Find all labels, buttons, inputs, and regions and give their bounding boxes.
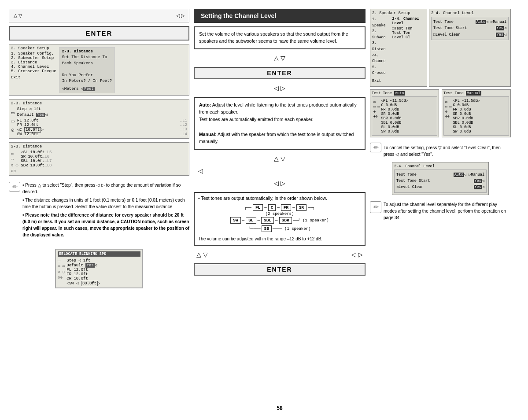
mode-description: Auto: Adjust the level while listening t… bbox=[194, 97, 366, 150]
description: Set the volume of the various speakers s… bbox=[194, 26, 366, 49]
cancel-note-section: ✏ To cancel the setting, press ▽ and sel… bbox=[370, 143, 511, 159]
distance-screen2: 2-3. Distance ▭ ▭ ⊙ Step ◁ 1ft Default Y… bbox=[9, 99, 189, 139]
cancel-screen: 2-4. Channel Level Test Tone Auto◁ ▷Manu… bbox=[392, 162, 489, 195]
left-notes: ✏ • Press △ to select "Step", then press… bbox=[9, 179, 189, 243]
left-nav-box: △ ▽ ◁ ▷ bbox=[9, 9, 189, 22]
left-column: △ ▽ ◁ ▷ ENTER 2. Speaker Setup 1. Speake… bbox=[9, 9, 189, 411]
speaker-setup-right: 2. Speaker Setup 1. Speake 2. Subwoo 3. … bbox=[370, 9, 427, 87]
mid-enter2[interactable]: ENTER bbox=[194, 263, 366, 276]
right-top-screens: 2. Speaker Setup 1. Speake 2. Subwoo 3. … bbox=[370, 9, 511, 87]
enter-button[interactable]: ENTER bbox=[9, 26, 189, 41]
left-right-arrows: ◁ ▷ bbox=[176, 13, 185, 18]
distance-screen3: 2-3. Distance ▭ ▭ ⊙ ◌ ⊙⊙ ◁SL 10.0ft…L5 S… bbox=[9, 142, 189, 176]
page-number: 58 bbox=[194, 401, 366, 411]
adjust-note-section: ✏ To adjust the channel level separately… bbox=[370, 201, 511, 221]
test-tone-auto-screen: Test Tone Auto ▭ ▭ ▭ ⊙ ⊙⊙ ◁FL ←11.5dB▷ C… bbox=[370, 89, 439, 137]
screen1-sub: 2-3. Distance Set The Distance ToEach Sp… bbox=[59, 47, 115, 93]
screen1-menu: 2. Speaker Setup 1. Speaker Config. 2. S… bbox=[11, 46, 56, 93]
test-tone-manual-screen: Test Tone Manual ▭ ▭ ▭ ⊙ ⊙⊙ ◁FL ←11.5dB▷… bbox=[442, 89, 511, 137]
mid-nav-l: ◁ bbox=[194, 167, 366, 174]
relocate-screen: RELOCATE BLINKING SPK ▭ ▭ ▭ ⊙ ◌ ⊙⊙ Step … bbox=[55, 249, 143, 288]
pencil-icon-right2: ✏ bbox=[370, 201, 381, 213]
speaker-diagram: ┌── FL ─ C ─ FR ─ SR ──┐ (2 speakers) SW… bbox=[198, 204, 361, 232]
bullet-section: • Test tones are output automatically, i… bbox=[194, 192, 366, 246]
mid-nav-lr2: ◁ ▷ bbox=[194, 180, 366, 187]
pencil-icon-right: ✏ bbox=[370, 143, 381, 152]
middle-column: Setting the Channel Level Set the volume… bbox=[194, 9, 366, 411]
section-title: Setting the Channel Level bbox=[194, 9, 366, 23]
mid-nav-ud2: △ ▽ bbox=[194, 155, 366, 162]
mid-enter[interactable]: ENTER bbox=[194, 67, 366, 79]
speaker-setup-screen1: 2. Speaker Setup 1. Speaker Config. 2. S… bbox=[9, 44, 189, 96]
mid-nav-bottom: △ ▽ ◁ ▷ bbox=[194, 249, 366, 260]
up-down-arrows: △ ▽ bbox=[14, 13, 22, 18]
pencil-icon: ✏ bbox=[9, 182, 20, 192]
channel-level-screen: 2-4. Channel Level Test Tone Auto◁ ▷Manu… bbox=[429, 9, 511, 87]
mid-nav-lr: ◁ ▷ bbox=[194, 85, 366, 92]
mid-nav-ud: △ ▽ bbox=[194, 55, 366, 62]
right-column: 2. Speaker Setup 1. Speake 2. Subwoo 3. … bbox=[370, 9, 511, 411]
auto-manual-screens: Test Tone Auto ▭ ▭ ▭ ⊙ ⊙⊙ ◁FL ←11.5dB▷ C… bbox=[370, 89, 511, 137]
